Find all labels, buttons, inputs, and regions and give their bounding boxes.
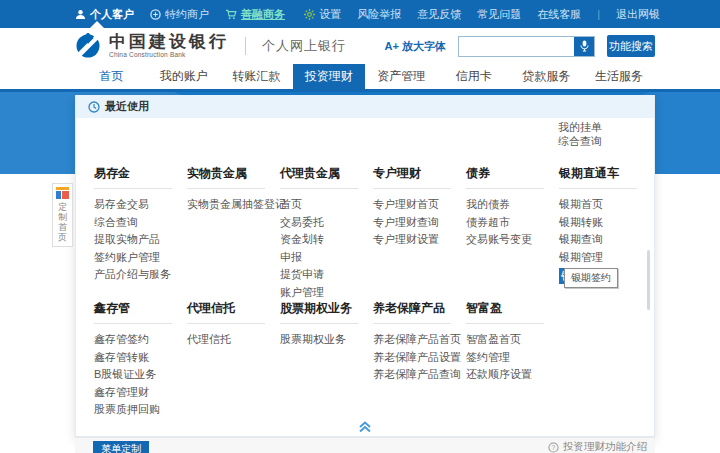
- menu-link[interactable]: 资金划转: [280, 231, 373, 249]
- ccb-logo: [75, 33, 101, 59]
- recent-used-label: 最近使用: [105, 99, 149, 114]
- merchant-icon: [150, 9, 161, 20]
- menu-link[interactable]: 我的债券: [466, 196, 559, 214]
- menu-column-title: 养老保障产品: [373, 300, 451, 324]
- menu-column-physical-metal: 实物贵金属 实物贵金属抽签登记: [187, 165, 280, 301]
- menu-column-title: 股票期权业务: [280, 300, 358, 324]
- tab-life-services[interactable]: 生活服务: [583, 64, 656, 89]
- cursor-tooltip: 银期签约: [564, 268, 618, 288]
- menu-link[interactable]: 专户理财首页: [373, 196, 466, 214]
- tab-investment[interactable]: 投资理财: [293, 64, 366, 89]
- menu-link[interactable]: 银期首页: [559, 196, 652, 214]
- tab-loan-services[interactable]: 贷款服务: [510, 64, 583, 89]
- collapse-menu-button[interactable]: [76, 419, 654, 437]
- menu-link[interactable]: 综合查询: [94, 214, 187, 232]
- mic-icon: [580, 40, 589, 52]
- topbar-logout[interactable]: 退出网银: [616, 7, 660, 22]
- menu-scrollbar-thumb[interactable]: [647, 250, 650, 310]
- menu-link-my-pending-orders[interactable]: 我的挂单: [558, 120, 602, 134]
- topbar-merchant[interactable]: 特约商户: [150, 7, 209, 22]
- menu-link[interactable]: 签约管理: [466, 349, 559, 367]
- menu-column-yicunjin: 易存金 易存金交易 综合查询 提取实物产品 签约账户管理 产品介绍与服务: [94, 165, 187, 301]
- customize-home-label-1: 定制: [55, 202, 70, 222]
- topbar-feedback[interactable]: 意见反馈: [417, 7, 461, 22]
- menu-column-title: 代理贵金属: [280, 165, 358, 189]
- menu-column-pension-products: 养老保障产品 养老保障产品首页 养老保障产品设置 养老保障产品查询: [373, 300, 466, 419]
- menu-link[interactable]: 申报: [280, 249, 373, 267]
- topbar-faq[interactable]: 常见问题: [477, 7, 521, 22]
- menu-link[interactable]: 银期管理: [559, 249, 652, 267]
- menu-link[interactable]: 鑫存管理财: [94, 384, 187, 402]
- topbar-shanrong[interactable]: 善融商务: [225, 7, 285, 22]
- recent-used-band: 最近使用: [76, 95, 654, 118]
- tab-home[interactable]: 首页: [75, 64, 148, 89]
- menu-link[interactable]: 交易委托: [280, 214, 373, 232]
- menu-column-bonds: 债券 我的债券 债券超市 交易账号变更: [466, 165, 559, 301]
- menu-link[interactable]: 产品介绍与服务: [94, 266, 187, 284]
- menu-link[interactable]: 交易账号变更: [466, 231, 559, 249]
- investment-intro-link[interactable]: ? 投资理财功能介绍: [548, 440, 647, 453]
- menu-link[interactable]: B股银证业务: [94, 366, 187, 384]
- topbar: 个人客户 特约商户 善融商务 设置 风险举报 意见反馈 常见问题 在线客服 | …: [0, 0, 720, 28]
- menu-link[interactable]: 易存金交易: [94, 196, 187, 214]
- menu-customize-button[interactable]: 菜单定制: [93, 441, 149, 453]
- voice-search-button[interactable]: [574, 37, 594, 56]
- question-circle-icon: ?: [548, 442, 559, 453]
- menu-link[interactable]: 养老保障产品首页: [373, 331, 466, 349]
- menu-column-title: 债券: [466, 165, 544, 189]
- menu-footer: 菜单定制 ? 投资理财功能介绍: [75, 437, 655, 453]
- investment-mega-menu: 最近使用 我的挂单 综合查询 易存金 易存金交易 综合查询 提取实物产品 签约账…: [75, 95, 655, 437]
- menu-link[interactable]: 账户管理: [280, 284, 373, 302]
- brand-divider: [245, 37, 246, 55]
- menu-column-agent-metal: 代理贵金属 首页 交易委托 资金划转 申报 提货申请 账户管理: [280, 165, 373, 301]
- menu-column-special-wealth: 专户理财 专户理财首页 专户理财查询 专户理财设置: [373, 165, 466, 301]
- tab-asset-management[interactable]: 资产管理: [365, 64, 438, 89]
- topbar-risk-report[interactable]: 风险举报: [357, 7, 401, 22]
- menu-column-title: 易存金: [94, 165, 172, 189]
- menu-link[interactable]: 鑫存管签约: [94, 331, 187, 349]
- gear-icon: [304, 9, 315, 20]
- tab-transfer[interactable]: 转账汇款: [220, 64, 293, 89]
- search-input[interactable]: [459, 37, 574, 56]
- menu-link[interactable]: 专户理财查询: [373, 214, 466, 232]
- menu-column-title: 银期直通车: [559, 165, 637, 189]
- menu-link[interactable]: 股票质押回购: [94, 401, 187, 419]
- menu-link[interactable]: 提货申请: [280, 266, 373, 284]
- menu-link[interactable]: 代理信托: [187, 331, 280, 349]
- menu-link[interactable]: 签约账户管理: [94, 249, 187, 267]
- menu-link[interactable]: 实物贵金属抽签登记: [187, 196, 280, 214]
- menu-link[interactable]: 鑫存管转账: [94, 349, 187, 367]
- topbar-settings-label: 设置: [319, 7, 341, 22]
- menu-link-comprehensive-query[interactable]: 综合查询: [558, 134, 602, 148]
- menu-row-2: 鑫存管 鑫存管签约 鑫存管转账 B股银证业务 鑫存管理财 股票质押回购 代理信托…: [94, 300, 559, 419]
- user-icon: [75, 9, 86, 20]
- header: 中国建设银行 China Construction Bank 个人网上银行 A+…: [0, 28, 720, 64]
- menu-link[interactable]: 还款顺序设置: [466, 366, 559, 384]
- customize-home-widget[interactable]: 定制 首页: [52, 183, 73, 247]
- menu-column-title: 代理信托: [187, 300, 265, 324]
- menu-link[interactable]: 养老保障产品查询: [373, 366, 466, 384]
- tab-my-accounts[interactable]: 我的账户: [148, 64, 221, 89]
- menu-link[interactable]: 首页: [280, 196, 373, 214]
- menu-link[interactable]: 银期查询: [559, 231, 652, 249]
- customize-home-label-2: 首页: [55, 222, 70, 242]
- menu-link[interactable]: 股票期权业务: [280, 331, 373, 349]
- menu-link[interactable]: 专户理财设置: [373, 231, 466, 249]
- menu-column-title: 鑫存管: [94, 300, 172, 324]
- menu-link[interactable]: 提取实物产品: [94, 231, 187, 249]
- font-size-link[interactable]: A+ 放大字体: [385, 39, 446, 54]
- bank-name-en: China Construction Bank: [109, 52, 229, 59]
- menu-link[interactable]: 智富盈首页: [466, 331, 559, 349]
- topbar-personal-customer[interactable]: 个人客户: [75, 7, 134, 22]
- menu-link[interactable]: 银期转账: [559, 214, 652, 232]
- menu-link[interactable]: 债券超市: [466, 214, 559, 232]
- menu-link[interactable]: 养老保障产品设置: [373, 349, 466, 367]
- tab-credit-card[interactable]: 信用卡: [438, 64, 511, 89]
- svg-text:?: ?: [552, 443, 556, 450]
- topbar-settings[interactable]: 设置: [304, 7, 341, 22]
- customize-home-icon: [56, 187, 69, 199]
- search-box: [458, 36, 595, 57]
- function-search-button[interactable]: 功能搜索: [607, 35, 655, 57]
- topbar-online-service[interactable]: 在线客服: [537, 7, 581, 22]
- menu-column-xincunguan: 鑫存管 鑫存管签约 鑫存管转账 B股银证业务 鑫存管理财 股票质押回购: [94, 300, 187, 419]
